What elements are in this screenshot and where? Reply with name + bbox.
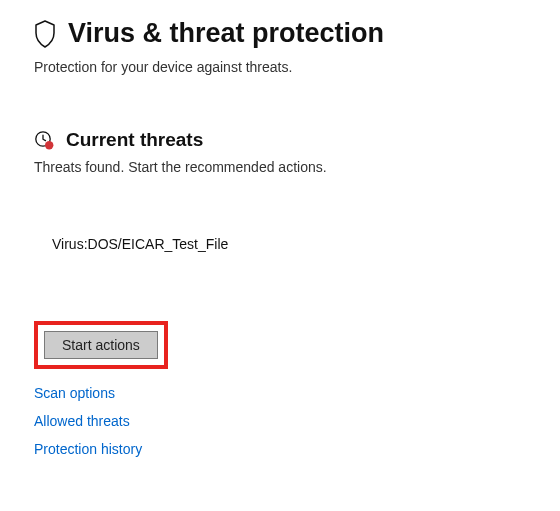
shield-icon [34, 20, 56, 48]
start-actions-highlight: Start actions [34, 321, 168, 369]
page-subtitle: Protection for your device against threa… [34, 59, 550, 75]
links-group: Scan options Allowed threats Protection … [34, 385, 550, 457]
allowed-threats-link[interactable]: Allowed threats [34, 413, 130, 429]
threat-name: Virus:DOS/EICAR_Test_File [52, 236, 228, 252]
page-title: Virus & threat protection [68, 18, 384, 49]
svg-point-1 [45, 141, 53, 149]
current-threats-subtitle: Threats found. Start the recommended act… [34, 159, 550, 175]
start-actions-button[interactable]: Start actions [44, 331, 158, 359]
threat-item[interactable]: Virus:DOS/EICAR_Test_File [34, 235, 550, 253]
scan-options-link[interactable]: Scan options [34, 385, 115, 401]
clock-alert-icon [34, 130, 54, 150]
current-threats-title: Current threats [66, 129, 203, 151]
page-header: Virus & threat protection [34, 18, 550, 49]
section-header: Current threats [34, 129, 550, 151]
protection-history-link[interactable]: Protection history [34, 441, 142, 457]
